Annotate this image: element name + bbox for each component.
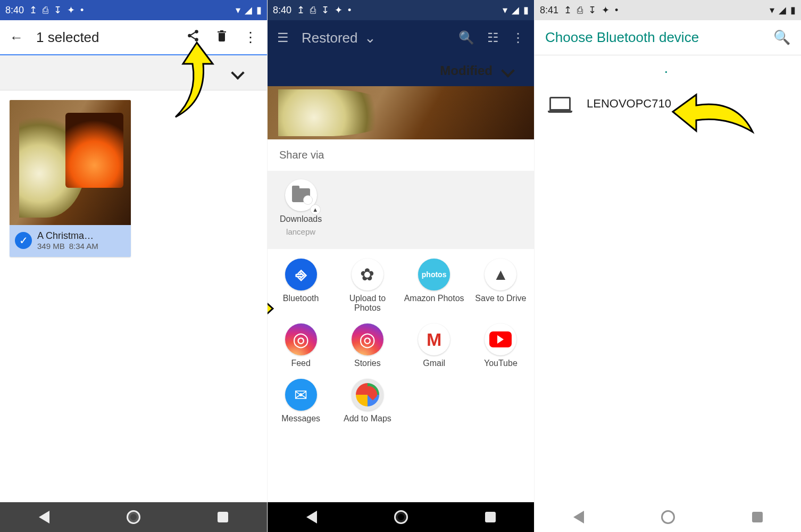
messages-icon: ✉ [285,379,317,411]
dot-icon: • [80,5,84,16]
drive-badge-icon: ▲ [311,205,320,214]
dropdown-icon[interactable]: ⌄ [364,30,376,46]
bluetooth-icon: ⎆ [285,259,317,290]
share-app-gmail[interactable]: M Gmail [401,318,468,373]
nav-recent-icon[interactable] [218,512,228,522]
nav-home-icon[interactable] [394,510,408,524]
svg-point-1 [188,34,191,37]
share-app-maps[interactable]: Add to Maps [334,373,400,429]
share-label: Upload to Photos [336,294,398,313]
amazon-photos-icon: photos [418,259,450,290]
sync-icon: ✦ [335,4,343,16]
dot-icon: • [348,5,351,16]
screen-share-sheet: 8:40 ↥ ⎙ ↧ ✦ • ▾ ◢ ▮ ☰ Restored⌄ 🔍 ☷ [267,0,534,532]
screen-file-selected: 8:40 ↥ ⎙ ↧ ✦ • ▾ ◢ ▮ ← 1 selected ⋮ [0,0,267,532]
nav-recent-icon[interactable] [752,512,763,522]
wifi-icon: ▾ [770,4,774,16]
delete-icon[interactable] [213,29,231,46]
view-icon[interactable]: ☷ [487,30,499,45]
bluetooth-device-row[interactable]: LENOVOPC710 [535,87,801,120]
share-via-title: Share via [268,139,534,171]
signal-icon: ◢ [512,4,519,16]
wifi-icon: ▾ [503,4,507,16]
phone-icon: ⎙ [43,5,48,16]
dot-icon: • [615,5,618,16]
chevron-down-icon [231,66,244,79]
phone-icon: ⎙ [577,5,583,16]
share-app-bluetooth[interactable]: ⎆ Bluetooth [268,253,334,318]
nav-home-icon[interactable] [661,510,675,524]
share-label: Feed [291,359,310,368]
battery-icon: ▮ [790,4,796,16]
nav-home-icon[interactable] [127,510,140,524]
share-app-instagram-feed[interactable]: ◎ Feed [268,318,334,373]
nav-back-icon[interactable] [39,511,49,523]
upload-icon: ↥ [29,4,37,16]
maps-icon [352,379,383,411]
share-app-youtube[interactable]: YouTube [468,318,534,373]
sort-bar[interactable] [0,55,267,90]
share-label: Save to Drive [475,294,526,303]
file-card[interactable]: ✓ A Christma… 349 MB 8:34 AM [10,100,131,257]
status-bar: 8:41 ↥ ⎙ ↧ ✦ • ▾ ◢ ▮ [535,0,801,20]
share-label: Add to Maps [344,414,391,423]
share-label: Downloads [280,214,322,224]
share-label: Stories [354,359,381,368]
nav-back-icon[interactable] [573,511,584,523]
checkmark-icon[interactable]: ✓ [15,232,32,249]
sync-icon: ✦ [67,4,75,16]
file-thumbnail [10,100,131,225]
share-icon[interactable] [184,29,202,46]
sort-bar[interactable]: Modified [268,55,534,86]
share-label: Amazon Photos [404,294,464,303]
instagram-icon: ◎ [285,323,317,355]
status-time: 8:40 [5,5,24,16]
battery-icon: ▮ [523,4,529,16]
status-time: 8:40 [273,5,291,16]
search-icon[interactable]: 🔍 [773,29,790,46]
youtube-icon [485,323,516,355]
laptop-icon [549,97,571,111]
share-label: YouTube [484,359,518,368]
nav-recent-icon[interactable] [485,512,496,522]
selection-title: 1 selected [36,29,173,46]
gmail-icon: M [418,323,450,355]
share-app-amazon-photos[interactable]: photos Amazon Photos [401,253,468,318]
chevron-down-icon [501,64,514,77]
share-app-instagram-stories[interactable]: ◎ Stories [334,318,400,373]
sort-label: Modified [440,63,493,78]
search-icon[interactable]: 🔍 [458,30,474,45]
nav-bar [268,502,534,532]
folder-icon [292,188,310,202]
more-icon[interactable]: ⋮ [512,30,524,45]
download-icon: ↧ [321,4,329,16]
svg-point-2 [195,38,198,41]
drive-icon: ▲ [485,259,516,290]
share-app-messages[interactable]: ✉ Messages [268,373,334,429]
signal-icon: ◢ [245,4,252,16]
more-icon[interactable]: ⋮ [241,29,260,46]
folder-title: Restored [302,30,358,46]
svg-point-0 [195,30,198,34]
bluetooth-title: Choose Bluetooth device [545,29,765,46]
share-apps-grid: ⎆ Bluetooth ✿ Upload to Photos photos Am… [268,249,534,433]
share-target-downloads[interactable]: ▲ Downloads lancepw [268,174,334,242]
file-time: 8:34 AM [69,242,98,251]
share-label: Bluetooth [283,294,319,303]
signal-icon: ◢ [779,4,786,16]
battery-icon: ▮ [256,4,262,16]
app-toolbar: ☰ Restored⌄ 🔍 ☷ ⋮ [268,20,534,55]
download-icon: ↧ [54,4,62,16]
nav-bar [0,502,267,532]
share-app-drive[interactable]: ▲ Save to Drive [468,253,534,318]
menu-icon[interactable]: ☰ [277,30,289,45]
selection-toolbar: ← 1 selected ⋮ [0,20,267,55]
file-size: 349 MB [37,242,65,251]
file-name: A Christma… [37,230,98,242]
google-photos-icon: ✿ [352,259,383,290]
back-icon[interactable]: ← [7,29,26,46]
wifi-icon: ▾ [236,4,240,16]
share-app-photos[interactable]: ✿ Upload to Photos [334,253,400,318]
instagram-icon: ◎ [352,323,383,355]
nav-back-icon[interactable] [306,511,317,523]
